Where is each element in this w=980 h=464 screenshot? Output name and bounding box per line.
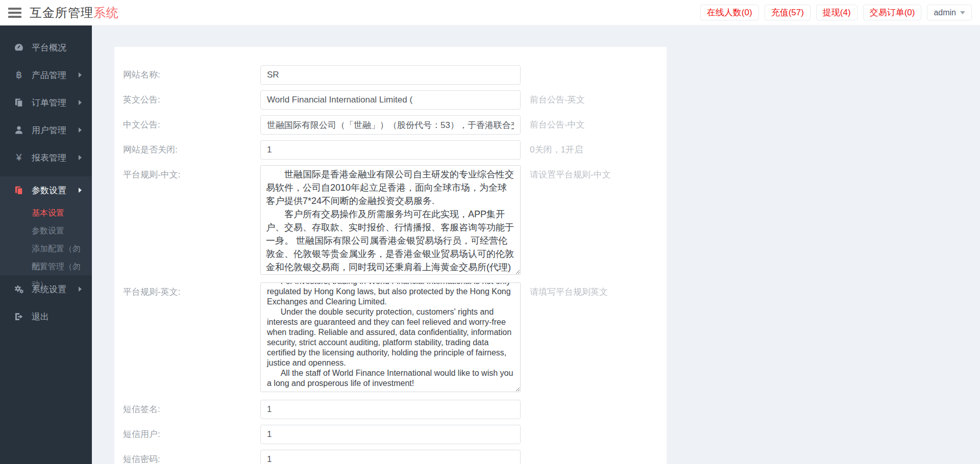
withdraw-button[interactable]: 提现(4) bbox=[816, 5, 857, 20]
chevron-right-icon bbox=[79, 100, 82, 105]
site-closed-hint: 0关闭，1开启 bbox=[530, 140, 583, 160]
site-closed-input[interactable] bbox=[260, 140, 521, 160]
orders-icon bbox=[13, 97, 25, 108]
sidebar-item-system-settings[interactable]: 系统设置 bbox=[0, 275, 92, 303]
gear-icon bbox=[13, 284, 25, 294]
sidebar-item-parameter-settings[interactable]: 参数设置 bbox=[0, 176, 92, 204]
form-row-site-name: 网站名称: bbox=[114, 65, 667, 85]
form-row-site-closed: 网站是否关闭: 0关闭，1开启 bbox=[114, 140, 667, 160]
sidebar-subitem-config-management[interactable]: 配置管理（勿动） bbox=[0, 257, 92, 275]
platform-rules-cn-textarea[interactable]: 世融国际是香港金融业有限公司自主研发的专业综合性交易软件，公司自2010年起立足… bbox=[260, 165, 521, 275]
dashboard-icon bbox=[13, 42, 25, 53]
platform-rules-cn-label: 平台规则-中文: bbox=[114, 165, 260, 185]
admin-username: admin bbox=[934, 8, 956, 17]
sidebar-item-label: 平台概况 bbox=[32, 42, 66, 54]
app-title-primary: 互金所管理 bbox=[30, 6, 93, 19]
sidebar-item-label: 退出 bbox=[32, 311, 49, 323]
sidebar-subitem-add-config[interactable]: 添加配置（勿动） bbox=[0, 240, 92, 257]
sidebar-item-label: 报表管理 bbox=[32, 152, 66, 164]
sign-out-icon bbox=[13, 312, 25, 322]
announcement-cn-label: 中文公告: bbox=[114, 115, 260, 135]
sidebar-item-logout[interactable]: 退出 bbox=[0, 303, 92, 330]
sms-password-label: 短信密码: bbox=[114, 450, 260, 464]
sidebar-item-product-management[interactable]: ฿ 产品管理 bbox=[0, 61, 92, 89]
basic-settings-form: 网站名称: 英文公告: 前台公告-英文 中文公告: 前台公告-中文 网站是否关闭… bbox=[114, 47, 667, 464]
announcement-cn-input[interactable] bbox=[260, 115, 521, 135]
chevron-right-icon bbox=[79, 287, 82, 292]
trade-orders-button[interactable]: 交易订单(0) bbox=[863, 5, 922, 20]
site-name-input[interactable] bbox=[260, 65, 521, 85]
user-icon bbox=[13, 125, 25, 135]
sidebar-item-label: 产品管理 bbox=[32, 69, 66, 81]
sidebar-item-label: 系统设置 bbox=[32, 283, 66, 295]
recharge-button[interactable]: 充值(57) bbox=[765, 5, 811, 20]
app-title: 互金所管理系统 bbox=[30, 5, 119, 21]
form-row-platform-rules-en: 平台规则-英文: For investors, trading in World… bbox=[114, 282, 667, 394]
form-row-announcement-en: 英文公告: 前台公告-英文 bbox=[114, 90, 667, 110]
form-row-sms-signature: 短信签名: bbox=[114, 400, 667, 419]
sms-user-label: 短信用户: bbox=[114, 425, 260, 444]
online-users-button[interactable]: 在线人数(0) bbox=[700, 5, 759, 20]
sidebar-group-parameter-settings: 参数设置 基本设置 参数设置 添加配置（勿动） 配置管理（勿动） bbox=[0, 176, 92, 275]
sidebar-item-report-management[interactable]: ¥ 报表管理 bbox=[0, 144, 92, 171]
sms-password-input[interactable] bbox=[260, 450, 521, 464]
sidebar-item-order-management[interactable]: 订单管理 bbox=[0, 89, 92, 116]
chevron-right-icon bbox=[79, 127, 82, 133]
sms-signature-input[interactable] bbox=[260, 400, 521, 419]
header-actions: 在线人数(0) 充值(57) 提现(4) 交易订单(0) admin bbox=[700, 5, 972, 20]
form-row-platform-rules-cn: 平台规则-中文: 世融国际是香港金融业有限公司自主研发的专业综合性交易软件，公司… bbox=[114, 165, 667, 277]
platform-rules-en-label: 平台规则-英文: bbox=[114, 282, 260, 302]
sidebar-item-platform-overview[interactable]: 平台概况 bbox=[0, 34, 92, 61]
app-title-accent: 系统 bbox=[93, 6, 119, 19]
chevron-right-icon bbox=[79, 155, 82, 160]
yen-icon: ¥ bbox=[13, 152, 25, 163]
chevron-right-icon bbox=[79, 72, 82, 78]
sidebar-item-label: 用户管理 bbox=[32, 124, 66, 136]
form-row-announcement-cn: 中文公告: 前台公告-中文 bbox=[114, 115, 667, 135]
sidebar-subitem-basic-settings[interactable]: 基本设置 bbox=[0, 204, 92, 222]
chevron-right-icon bbox=[79, 188, 82, 193]
sms-user-input[interactable] bbox=[260, 425, 521, 444]
params-icon bbox=[13, 185, 25, 195]
hamburger-menu-icon[interactable] bbox=[8, 6, 21, 20]
platform-rules-cn-hint: 请设置平台规则-中文 bbox=[530, 165, 611, 185]
announcement-en-label: 英文公告: bbox=[114, 90, 260, 110]
platform-rules-en-textarea[interactable]: For investors, trading in World Financia… bbox=[260, 282, 521, 392]
site-closed-label: 网站是否关闭: bbox=[114, 140, 260, 160]
sidebar-subitem-parameter-settings[interactable]: 参数设置 bbox=[0, 222, 92, 240]
site-name-label: 网站名称: bbox=[114, 65, 260, 85]
chevron-down-icon bbox=[960, 11, 965, 14]
sms-signature-label: 短信签名: bbox=[114, 400, 260, 419]
bitcoin-icon: ฿ bbox=[13, 70, 25, 80]
admin-user-dropdown[interactable]: admin bbox=[927, 5, 972, 20]
top-header: 互金所管理系统 在线人数(0) 充值(57) 提现(4) 交易订单(0) adm… bbox=[0, 0, 980, 25]
sidebar: 平台概况 ฿ 产品管理 订单管理 用户管理 ¥ 报表管理 bbox=[0, 25, 92, 464]
sidebar-item-label: 订单管理 bbox=[32, 97, 66, 109]
sidebar-item-user-management[interactable]: 用户管理 bbox=[0, 116, 92, 144]
sidebar-item-label: 参数设置 bbox=[32, 185, 66, 196]
form-row-sms-user: 短信用户: bbox=[114, 425, 667, 444]
announcement-cn-hint: 前台公告-中文 bbox=[530, 115, 585, 135]
announcement-en-hint: 前台公告-英文 bbox=[530, 90, 585, 110]
form-row-sms-password: 短信密码: bbox=[114, 450, 667, 464]
announcement-en-input[interactable] bbox=[260, 90, 521, 110]
platform-rules-en-hint: 请填写平台规则英文 bbox=[530, 282, 608, 302]
